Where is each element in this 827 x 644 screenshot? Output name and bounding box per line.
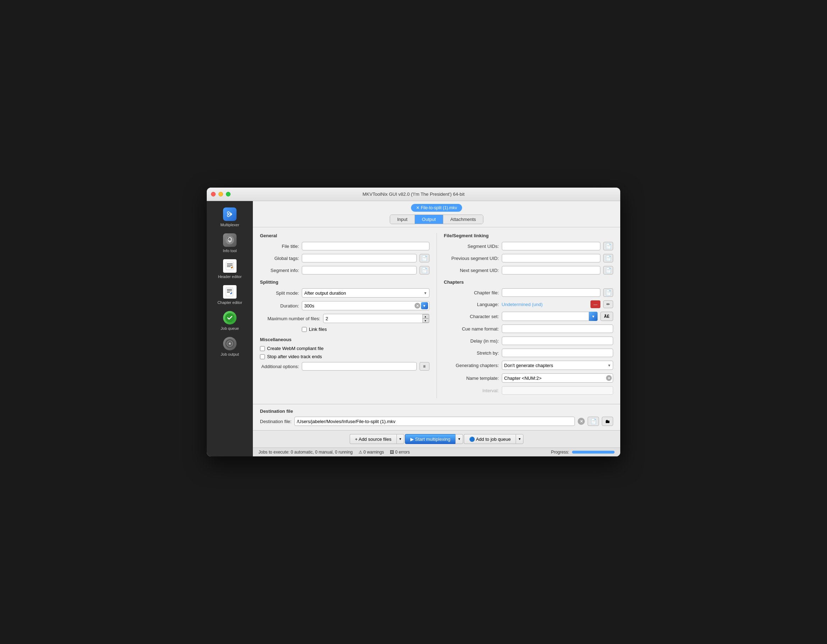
- split-mode-select-wrapper: After output duration ▼: [302, 288, 429, 298]
- character-set-select[interactable]: [502, 312, 590, 321]
- sidebar-item-info-label: Info tool: [223, 249, 237, 253]
- info-icon: [223, 233, 237, 247]
- split-mode-select[interactable]: After output duration: [302, 288, 429, 298]
- splitting-section-title: Splitting: [260, 279, 429, 285]
- segment-uids-input[interactable]: [502, 242, 601, 250]
- status-progress: Progress:: [551, 450, 615, 455]
- name-template-row: Name template: ✕: [444, 373, 613, 383]
- interval-input: [502, 386, 613, 395]
- add-queue-button[interactable]: 🔵 Add to job queue: [464, 434, 516, 444]
- warnings-text: ⚠ 0 warnings: [359, 450, 384, 455]
- language-remove-button[interactable]: —: [590, 300, 601, 308]
- character-set-dropdown-button[interactable]: ▼: [589, 312, 598, 321]
- additional-options-row: Additional options: ≡: [260, 362, 429, 371]
- add-source-dropdown-button[interactable]: ▼: [396, 434, 404, 444]
- sidebar-item-info-tool[interactable]: Info tool: [210, 231, 249, 255]
- stretch-input[interactable]: [502, 349, 613, 357]
- right-column: File/Segment linking Segment UIDs: 📄 Pre…: [437, 233, 613, 398]
- segment-info-input[interactable]: [302, 266, 417, 274]
- split-mode-row: Split mode: After output duration ▼: [260, 288, 429, 298]
- tab-output[interactable]: Output: [415, 215, 443, 224]
- name-template-input[interactable]: [502, 373, 613, 383]
- next-segment-row: Next segment UID: 📄: [444, 266, 613, 274]
- additional-options-input[interactable]: [302, 362, 417, 371]
- language-link[interactable]: Undetermined (und): [502, 302, 588, 307]
- svg-point-18: [229, 343, 231, 345]
- sidebar-item-job-output[interactable]: Job output: [210, 334, 249, 359]
- chapter-file-input[interactable]: [502, 288, 601, 297]
- cue-name-input[interactable]: [502, 324, 613, 333]
- max-files-row: Maximum number of files: ▲ ▼: [260, 314, 429, 323]
- start-mux-button[interactable]: ▶ Start multiplexing: [405, 434, 456, 444]
- duration-label: Duration:: [260, 303, 299, 309]
- max-files-down-button[interactable]: ▼: [422, 318, 429, 323]
- add-queue-dropdown-button[interactable]: ▼: [516, 434, 523, 444]
- job-output-icon: [223, 337, 237, 350]
- svg-point-2: [226, 236, 234, 244]
- start-mux-dropdown-button[interactable]: ▼: [456, 434, 463, 444]
- delay-row: Delay (in ms):: [444, 337, 613, 345]
- additional-options-list-button[interactable]: ≡: [420, 362, 429, 371]
- jobs-text: Jobs to execute: 0 automatic, 0 manual, …: [259, 450, 353, 455]
- maximize-button[interactable]: [226, 192, 231, 196]
- next-segment-file-button[interactable]: 📄: [603, 266, 613, 274]
- language-edit-button[interactable]: ✏: [603, 300, 613, 308]
- stop-video-label: Stop after video track ends: [267, 354, 322, 359]
- global-tags-input[interactable]: [302, 254, 417, 262]
- segment-info-file-button[interactable]: 📄: [420, 266, 429, 274]
- max-files-input[interactable]: [323, 314, 429, 323]
- traffic-lights: [211, 192, 231, 196]
- file-title-label: File title:: [260, 243, 299, 249]
- duration-dropdown-button[interactable]: ▼: [421, 302, 428, 309]
- generating-select[interactable]: Don't generate chapters: [502, 361, 613, 370]
- global-tags-file-button[interactable]: 📄: [420, 254, 429, 262]
- link-files-checkbox[interactable]: [302, 327, 307, 332]
- name-template-clear-button[interactable]: ✕: [606, 375, 612, 381]
- destination-file-button[interactable]: 📄: [588, 417, 599, 426]
- sidebar-item-header-editor[interactable]: Header editor: [210, 256, 249, 281]
- max-files-spinner-wrap: ▲ ▼: [323, 314, 429, 323]
- close-button[interactable]: [211, 192, 215, 196]
- next-segment-label: Next segment UID:: [444, 268, 499, 273]
- chapter-file-button[interactable]: 📄: [603, 288, 613, 297]
- next-segment-input[interactable]: [502, 266, 601, 274]
- window-title: MKVToolNix GUI v82.0 ('I'm The President…: [362, 192, 465, 197]
- tab-input[interactable]: Input: [390, 215, 415, 224]
- prev-segment-file-button[interactable]: 📄: [603, 254, 613, 262]
- main-content: General File title: Global tags: 📄 Segme…: [253, 227, 620, 430]
- prev-segment-input[interactable]: [502, 254, 601, 262]
- destination-input[interactable]: [294, 417, 575, 426]
- two-column-layout: General File title: Global tags: 📄 Segme…: [253, 227, 620, 404]
- sidebar-item-multiplexer[interactable]: Multiplexer: [210, 204, 249, 229]
- chapter-editor-icon: [223, 285, 237, 299]
- sidebar-item-chapter-editor[interactable]: Chapter editor: [210, 282, 249, 307]
- add-queue-group: 🔵 Add to job queue ▼: [464, 434, 523, 444]
- file-badge[interactable]: ✕ File-to-split (1).mkv: [411, 204, 462, 212]
- destination-title: Destination file: [260, 409, 613, 414]
- sidebar-item-job-queue[interactable]: Job queue: [210, 308, 249, 333]
- add-source-button[interactable]: + Add source files: [350, 434, 396, 444]
- svg-point-1: [227, 215, 229, 217]
- cue-name-label: Cue name format:: [444, 326, 499, 332]
- sidebar-item-header-label: Header editor: [218, 274, 242, 279]
- webm-checkbox[interactable]: [260, 346, 265, 351]
- interval-row: Interval:: [444, 386, 613, 395]
- file-title-input[interactable]: [302, 242, 429, 250]
- duration-clear-button[interactable]: ✕: [415, 303, 420, 309]
- tab-attachments[interactable]: Attachments: [443, 215, 483, 224]
- tab-header: ✕ File-to-split (1).mkv Input Output Att…: [253, 201, 620, 227]
- destination-clear-button[interactable]: ✕: [578, 418, 585, 425]
- link-files-label: Link files: [309, 327, 327, 332]
- max-files-label: Maximum number of files:: [260, 316, 320, 321]
- minimize-button[interactable]: [218, 192, 223, 196]
- titlebar: MKVToolNix GUI v82.0 ('I'm The President…: [207, 188, 620, 201]
- segment-uids-file-button[interactable]: 📄: [603, 242, 613, 250]
- max-files-up-button[interactable]: ▲: [422, 314, 429, 318]
- delay-input[interactable]: [502, 337, 613, 345]
- duration-input[interactable]: [302, 301, 429, 310]
- stop-video-checkbox[interactable]: [260, 354, 265, 359]
- character-set-text-button[interactable]: ÃÈ: [601, 312, 613, 321]
- segment-uids-label: Segment UIDs:: [444, 243, 499, 249]
- destination-row: Destination file: ✕ 📄 🖿: [260, 417, 613, 426]
- destination-folder-button[interactable]: 🖿: [602, 417, 613, 426]
